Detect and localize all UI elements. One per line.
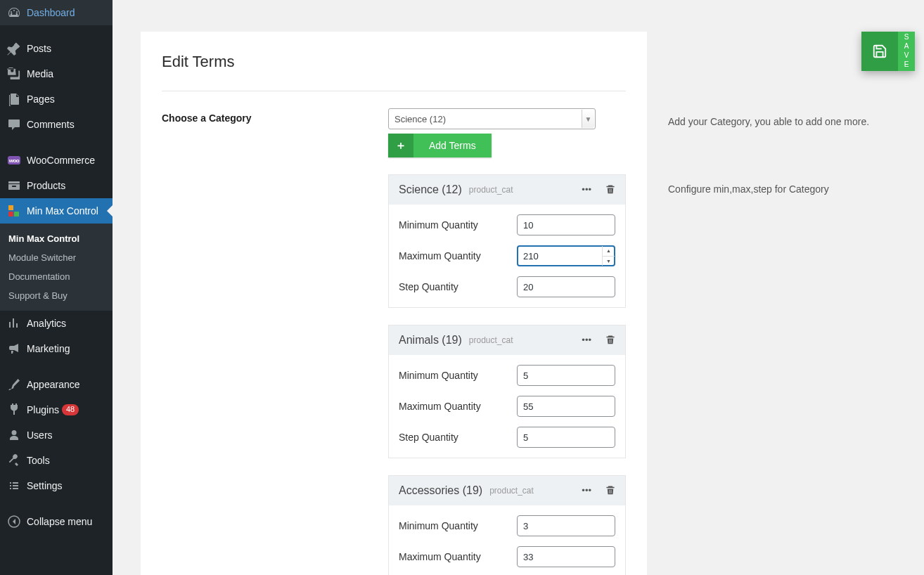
term-block: Animals (19)product_cat•••Minimum Quanti…	[388, 325, 626, 458]
brush-icon	[7, 377, 21, 392]
product-icon	[7, 179, 21, 193]
pages-icon	[7, 92, 21, 106]
menu-products[interactable]: Products	[0, 173, 113, 198]
pin-icon	[7, 41, 21, 56]
minmax-icon	[7, 204, 21, 218]
submenu-min-max: Min Max Control Module Switcher Document…	[0, 224, 113, 311]
plugin-icon	[7, 403, 21, 417]
menu-min-max-control[interactable]: Min Max Control	[0, 198, 113, 224]
dashboard-icon	[7, 6, 21, 20]
menu-label: Collapse menu	[27, 516, 92, 527]
term-header: Animals (19)product_cat•••	[389, 325, 625, 355]
menu-appearance[interactable]: Appearance	[0, 372, 113, 397]
menu-collapse[interactable]: Collapse menu	[0, 509, 113, 534]
menu-plugins[interactable]: Plugins 48	[0, 397, 113, 422]
term-taxonomy: product_cat	[489, 486, 534, 496]
main-content: Edit Terms Choose a Category Science (12…	[113, 0, 924, 575]
page-title: Edit Terms	[162, 53, 626, 71]
save-button[interactable]: SAVE	[861, 32, 915, 71]
max-qty-input[interactable]	[517, 245, 615, 266]
select-value: Science (12)	[394, 114, 446, 124]
term-body: Minimum QuantityMaximum QuantityStep Qua…	[389, 355, 625, 458]
tools-icon	[7, 453, 21, 467]
step-qty-input[interactable]	[517, 427, 615, 448]
menu-tools[interactable]: Tools	[0, 448, 113, 473]
max-qty-label: Maximum Quantity	[399, 250, 517, 261]
side-info-category: Add your Category, you able to add one m…	[668, 116, 896, 127]
add-terms-label: Add Terms	[413, 134, 492, 157]
more-icon[interactable]: •••	[582, 184, 591, 196]
step-qty-label: Step Quantity	[399, 281, 517, 292]
plus-icon: ＋	[388, 134, 413, 157]
admin-sidebar: Dashboard Posts Media Pages Commen	[0, 0, 113, 575]
min-qty-input[interactable]	[517, 365, 615, 386]
menu-users[interactable]: Users	[0, 422, 113, 448]
menu-dashboard[interactable]: Dashboard	[0, 0, 113, 25]
menu-label: Plugins	[27, 404, 59, 415]
submenu-min-max-control[interactable]: Min Max Control	[0, 229, 113, 248]
choose-category-label: Choose a Category	[162, 108, 388, 575]
submenu-support-buy[interactable]: Support & Buy	[0, 286, 113, 305]
more-icon[interactable]: •••	[582, 335, 591, 347]
max-qty-label: Maximum Quantity	[399, 551, 517, 562]
min-qty-label: Minimum Quantity	[399, 219, 517, 231]
menu-label: Users	[27, 429, 53, 441]
woo-icon: woo	[7, 153, 21, 167]
analytics-icon	[7, 316, 21, 330]
submenu-module-switcher[interactable]: Module Switcher	[0, 248, 113, 267]
menu-marketing[interactable]: Marketing	[0, 336, 113, 361]
menu-comments[interactable]: Comments	[0, 112, 113, 137]
number-spinner[interactable]: ▲▼	[602, 246, 615, 266]
add-terms-button[interactable]: ＋ Add Terms	[388, 134, 492, 157]
edit-terms-card: Edit Terms Choose a Category Science (12…	[141, 32, 647, 575]
spinner-down[interactable]: ▼	[603, 257, 615, 266]
min-qty-input[interactable]	[517, 214, 615, 235]
trash-icon[interactable]	[605, 485, 615, 497]
term-header: Science (12)product_cat•••	[389, 175, 625, 205]
menu-analytics[interactable]: Analytics	[0, 311, 113, 336]
max-qty-input[interactable]	[517, 396, 615, 417]
term-block: Accessories (19)product_cat•••Minimum Qu…	[388, 475, 626, 575]
max-qty-label: Maximum Quantity	[399, 401, 517, 412]
category-select[interactable]: Science (12) ▼	[388, 108, 596, 129]
term-body: Minimum QuantityMaximum QuantityStep Qua…	[389, 505, 625, 575]
min-qty-input[interactable]	[517, 515, 615, 536]
media-icon	[7, 67, 21, 81]
menu-label: Products	[27, 180, 65, 191]
side-info: Add your Category, you able to add one m…	[668, 32, 896, 575]
menu-label: Marketing	[27, 343, 70, 354]
menu-label: Tools	[27, 455, 50, 466]
min-qty-label: Minimum Quantity	[399, 520, 517, 531]
step-qty-label: Step Quantity	[399, 432, 517, 443]
settings-icon	[7, 479, 21, 493]
trash-icon[interactable]	[605, 335, 615, 347]
step-qty-input[interactable]	[517, 276, 615, 297]
users-icon	[7, 428, 21, 442]
submenu-documentation[interactable]: Documentation	[0, 267, 113, 286]
term-block: Science (12)product_cat•••Minimum Quanti…	[388, 174, 626, 308]
plugins-badge: 48	[62, 404, 79, 415]
more-icon[interactable]: •••	[582, 485, 591, 497]
menu-media[interactable]: Media	[0, 61, 113, 86]
menu-woocommerce[interactable]: woo WooCommerce	[0, 148, 113, 173]
term-body: Minimum QuantityMaximum Quantity▲▼Step Q…	[389, 205, 625, 307]
term-taxonomy: product_cat	[469, 335, 513, 345]
collapse-icon	[7, 515, 21, 529]
menu-label: Pages	[27, 93, 55, 105]
term-header: Accessories (19)product_cat•••	[389, 476, 625, 505]
spinner-up[interactable]: ▲	[603, 246, 615, 257]
trash-icon[interactable]	[605, 184, 615, 196]
menu-posts[interactable]: Posts	[0, 36, 113, 61]
menu-label: Comments	[27, 119, 75, 130]
chevron-down-icon: ▼	[582, 110, 594, 128]
menu-pages[interactable]: Pages	[0, 86, 113, 112]
menu-label: Media	[27, 68, 53, 79]
menu-label: Analytics	[27, 318, 66, 329]
menu-label: Settings	[27, 480, 63, 491]
term-title: Animals (19)	[399, 334, 462, 347]
max-qty-input[interactable]	[517, 546, 615, 567]
term-title: Science (12)	[399, 183, 462, 196]
menu-label: Min Max Control	[27, 205, 98, 217]
menu-settings[interactable]: Settings	[0, 473, 113, 498]
side-info-configure: Configure min,max,step for Category	[668, 183, 896, 195]
